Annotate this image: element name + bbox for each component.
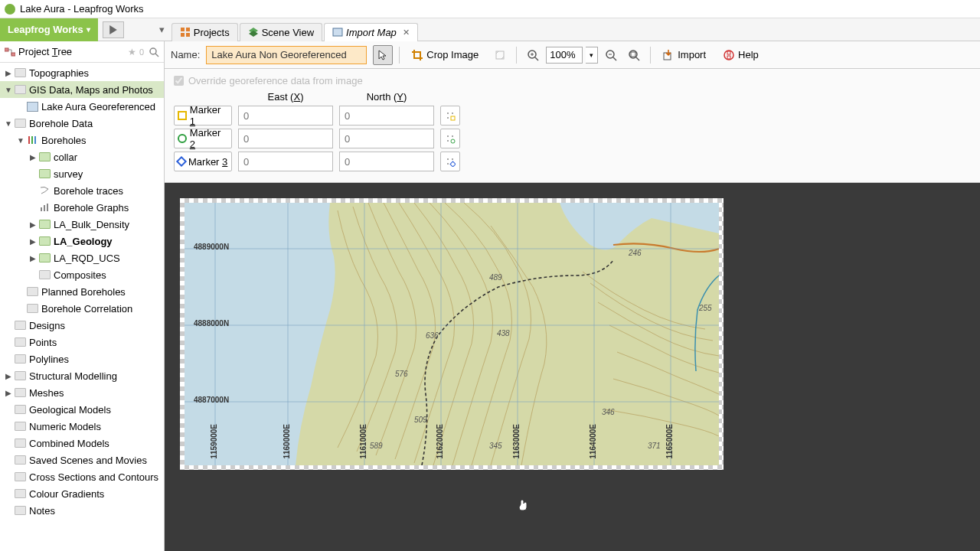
tree-node[interactable]: ▶LA_Bulk_Density: [0, 216, 164, 233]
folderg-icon: [38, 151, 51, 163]
tab-scene-view[interactable]: Scene View: [240, 23, 322, 41]
brand-menu[interactable]: Leapfrog Works ▾: [0, 18, 98, 41]
folder-icon: [14, 504, 26, 517]
tree-node[interactable]: ▼GIS Data, Maps and Photos: [0, 81, 164, 98]
grid-label: 1165000E: [665, 424, 674, 459]
marker-badge-1[interactable]: Marker 1: [174, 106, 232, 126]
pick-marker-button[interactable]: [440, 106, 460, 126]
spot-height: 576: [395, 370, 408, 378]
marker-north-input[interactable]: [339, 129, 434, 148]
svg-rect-18: [44, 205, 45, 211]
menu-dropdown[interactable]: ▾: [155, 24, 170, 35]
folderg-icon: [38, 252, 51, 264]
zoom-in-button[interactable]: [523, 45, 543, 65]
disclosure-icon[interactable]: ▶: [3, 69, 14, 77]
marker-badge-3[interactable]: Marker 3: [174, 152, 232, 171]
marker-east-input[interactable]: [238, 152, 333, 171]
tree-node[interactable]: ▶LA_Geology: [0, 233, 164, 249]
marker-label: Marker 2: [190, 127, 228, 150]
map-canvas[interactable]: 4889000N 4888000N 4887000N 1159000E 1160…: [165, 183, 980, 551]
tree-node[interactable]: Borehole Correlation: [0, 300, 164, 317]
project-tree[interactable]: ▶Topographies▼GIS Data, Maps and PhotosL…: [0, 63, 164, 520]
override-label: Override georeference data from image: [188, 75, 363, 86]
search-icon[interactable]: [149, 47, 159, 57]
zoom-dropdown[interactable]: ▾: [586, 47, 598, 64]
marker-north-input[interactable]: [339, 152, 434, 171]
tree-node[interactable]: Colour Gradients: [0, 485, 164, 502]
play-button[interactable]: [103, 21, 124, 38]
tree-node[interactable]: Geological Models: [0, 401, 164, 418]
disclosure-icon[interactable]: ▶: [28, 254, 38, 262]
tree-node[interactable]: ▶Meshes: [0, 384, 164, 401]
grid-label: 1159000E: [210, 424, 218, 459]
north-header: North (Y): [339, 91, 434, 103]
tab-import-map[interactable]: Import Map ✕: [324, 23, 418, 41]
tree-node[interactable]: Notes: [0, 502, 164, 519]
tree-label: Borehole traces: [54, 185, 123, 197]
tree-label: Topographies: [29, 67, 89, 79]
svg-rect-8: [5, 48, 8, 51]
marker-north-input[interactable]: [339, 106, 434, 126]
disclosure-icon[interactable]: ▶: [28, 153, 38, 161]
marker-badge-2[interactable]: Marker 2: [174, 129, 232, 148]
folder-icon: [14, 471, 26, 483]
disclosure-icon[interactable]: ▼: [3, 86, 14, 94]
tree-node[interactable]: Points: [0, 334, 164, 350]
tree-node[interactable]: ▼Boreholes: [0, 132, 164, 148]
tree-label: Meshes: [29, 387, 64, 399]
map-image[interactable]: 4889000N 4888000N 4887000N 1159000E 1160…: [185, 203, 719, 465]
tree-node[interactable]: Planned Boreholes: [0, 283, 164, 300]
tree-node[interactable]: ▶LA_RQD_UCS: [0, 249, 164, 266]
map-frame: 4889000N 4888000N 4887000N 1159000E 1160…: [180, 198, 724, 470]
disclosure-icon[interactable]: ▶: [28, 237, 38, 246]
pin-icon[interactable]: ★: [128, 47, 136, 57]
tree-label: Planned Boreholes: [41, 286, 126, 298]
tree-label: LA_Bulk_Density: [54, 219, 129, 230]
map-name-input[interactable]: [206, 46, 367, 64]
tab-projects[interactable]: Projects: [172, 23, 238, 41]
disclosure-icon[interactable]: ▶: [28, 220, 38, 229]
tree-node[interactable]: Borehole Graphs: [0, 199, 164, 216]
marker-east-input[interactable]: [238, 106, 333, 126]
crop-image-button[interactable]: Crop Image: [406, 45, 484, 65]
tree-node[interactable]: Saved Scenes and Movies: [0, 452, 164, 468]
tree-node[interactable]: Borehole traces: [0, 182, 164, 199]
tree-node[interactable]: Composites: [0, 266, 164, 283]
select-tool[interactable]: [373, 45, 393, 65]
tree-node[interactable]: Combined Models: [0, 435, 164, 452]
folder-icon: [14, 386, 26, 399]
disclosure-icon[interactable]: ▶: [3, 389, 14, 397]
tree-node[interactable]: Polylines: [0, 350, 164, 367]
tree-node[interactable]: ▶Topographies: [0, 64, 164, 81]
zoom-fit-button[interactable]: [624, 45, 644, 65]
marker-row: Marker 3: [174, 152, 971, 171]
disclosure-icon[interactable]: ▼: [3, 119, 14, 128]
spot-height: 346: [602, 408, 615, 416]
tree-node[interactable]: Numeric Models: [0, 418, 164, 435]
marker-east-input[interactable]: [238, 129, 333, 148]
zoom-out-button[interactable]: [601, 45, 621, 65]
tree-node[interactable]: survey: [0, 165, 164, 182]
close-icon[interactable]: ✕: [403, 28, 410, 37]
map-icon: [332, 27, 343, 37]
import-button[interactable]: Import: [657, 45, 711, 65]
zoom-value[interactable]: 100%: [546, 47, 583, 64]
tree-node[interactable]: Designs: [0, 317, 164, 334]
cyl-icon: [26, 134, 38, 146]
tree-node[interactable]: Cross Sections and Contours: [0, 468, 164, 485]
svg-marker-20: [379, 51, 386, 60]
disclosure-icon[interactable]: ▶: [3, 372, 14, 380]
undo-crop-button[interactable]: [490, 45, 510, 65]
folder-icon: [26, 285, 38, 298]
pick-marker-button[interactable]: [440, 152, 460, 171]
pick-marker-button[interactable]: [440, 129, 460, 148]
tree-label: Borehole Data: [29, 118, 93, 129]
tree-node[interactable]: ▶collar: [0, 148, 164, 165]
svg-point-12: [150, 48, 156, 54]
disclosure-icon[interactable]: ▼: [15, 136, 26, 145]
tree-node[interactable]: ▶Structural Modelling: [0, 367, 164, 384]
tree-node[interactable]: Lake Aura Georeferenced: [0, 98, 164, 115]
help-button[interactable]: Help: [717, 45, 764, 65]
tree-node[interactable]: ▼Borehole Data: [0, 115, 164, 132]
tree-label: GIS Data, Maps and Photos: [29, 84, 153, 96]
